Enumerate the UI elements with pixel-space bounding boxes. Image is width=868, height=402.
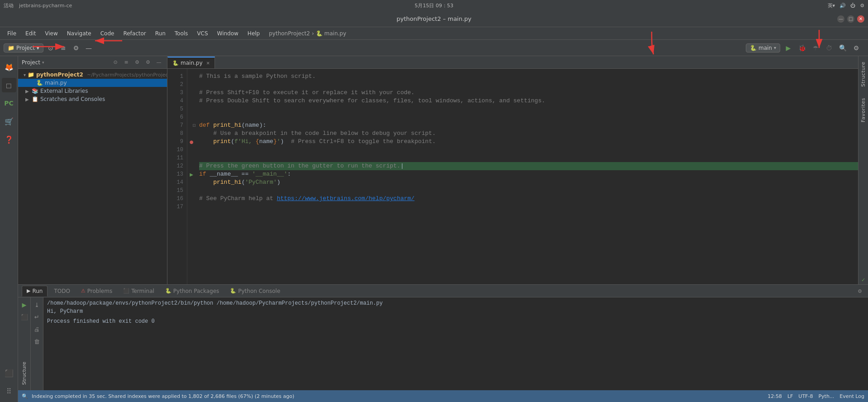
project-panel-title[interactable]: Project ▾ (22, 59, 44, 66)
panel-dropdown-icon: ▾ (42, 60, 44, 65)
tab-label: main.py (181, 60, 203, 66)
tab-terminal[interactable]: ⬛ Terminal (119, 286, 159, 296)
breadcrumb-project[interactable]: pythonProject2 (269, 30, 310, 37)
gutter-check: ✓ (861, 275, 865, 284)
run-sidebar2: ⤓ ↵ 🖨 🗑 (31, 297, 43, 390)
coverage-button[interactable]: ☂ (810, 43, 821, 53)
app-name: jetbrains-pycharm-ce (19, 3, 72, 9)
bottom-settings-button[interactable]: ⚙ (855, 287, 864, 296)
gear-icon[interactable]: ⊙ (111, 58, 120, 67)
menu-edit[interactable]: Edit (22, 29, 39, 38)
dock-icon-help[interactable]: ❓ (2, 132, 16, 147)
structure-label[interactable]: Structure (858, 56, 868, 92)
tab-python-packages[interactable]: 🐍 Python Packages (161, 286, 224, 296)
menu-tools[interactable]: Tools (171, 29, 192, 38)
menu-help[interactable]: Help (244, 29, 263, 38)
tree-item-external-libs[interactable]: ▶ 📚 External Libraries (18, 87, 167, 95)
minimize-button[interactable]: — (837, 15, 844, 23)
tree-item-scratches[interactable]: ▶ 📋 Scratches and Consoles (18, 95, 167, 103)
code-editor[interactable]: 12345 678910 1112131415 1617 · · · · · · (167, 69, 858, 284)
locate-file-button[interactable]: ⊙ (45, 43, 56, 53)
libs-icon: 📚 (32, 88, 38, 94)
terminal-exit-code: Process finished with exit code 0 (47, 318, 864, 325)
expand-arrow[interactable]: ▾ (24, 72, 26, 77)
lang-switcher[interactable]: 英▾ (828, 2, 835, 9)
stop-button[interactable]: ⬛ (19, 311, 30, 322)
menu-view[interactable]: View (41, 29, 61, 38)
expand-arrow-scratches[interactable]: ▶ (25, 97, 30, 102)
dock-icon-terminal[interactable]: ⬛ (2, 366, 16, 380)
project-panel-header: Project ▾ ⊙ ≡ ⚙ ⚙ — (18, 56, 167, 69)
todo-tab-label: TODO (54, 288, 70, 294)
tab-close-button[interactable]: ✕ (206, 61, 210, 66)
event-log-button[interactable]: Event Log (839, 393, 864, 399)
tab-python-console[interactable]: 🐍 Python Console (225, 286, 285, 296)
menu-run[interactable]: Run (152, 29, 169, 38)
expand-arrow-libs[interactable]: ▶ (25, 89, 30, 94)
main-column: Project ▾ ⊙ ≡ ⚙ ⚙ — (18, 56, 868, 402)
tree-item-root[interactable]: ▾ 📁 pythonProject2 ~/PycharmProjects/pyt… (18, 71, 167, 79)
hide-panel-button[interactable]: — (83, 43, 94, 53)
tab-run[interactable]: ▶ Run (22, 286, 48, 297)
editor-panels-row: Project ▾ ⊙ ≡ ⚙ ⚙ — (18, 56, 868, 284)
tree-item-root-label: pythonProject2 (36, 72, 83, 78)
activities-label[interactable]: 活动 (4, 2, 14, 9)
settings-icon[interactable]: ⚙ (143, 58, 153, 67)
line-separator-indicator[interactable]: LF (787, 393, 793, 399)
panel-actions: ⊙ ≡ ⚙ ⚙ — (111, 58, 163, 67)
sort-icon[interactable]: ≡ (122, 58, 131, 67)
python-indicator[interactable]: Pyth... (818, 393, 834, 399)
profile-button[interactable]: ⏱ (824, 43, 835, 53)
ide-settings-button[interactable]: ⚙ (851, 43, 862, 53)
menu-navigate[interactable]: Navigate (63, 29, 95, 38)
dock-icon-firefox[interactable]: 🦊 (2, 60, 16, 74)
debug-button[interactable]: 🐞 (796, 43, 807, 53)
favorites-label[interactable]: Favorites (858, 92, 868, 128)
code-content[interactable]: # This is a sample Python script. # Pres… (196, 69, 858, 284)
volume-icon[interactable]: 🔊 (839, 3, 846, 9)
tab-todo[interactable]: TODO (49, 286, 74, 296)
run-config-label: main (758, 45, 772, 51)
tree-item-mainpy[interactable]: 🐍 main.py (18, 79, 167, 87)
power-icon[interactable]: ⏻ (850, 3, 855, 9)
close-button[interactable]: ✕ (857, 15, 864, 23)
project-dropdown[interactable]: 📁 Project ▾ (4, 43, 43, 53)
bottom-vert-structure[interactable]: Structure (19, 356, 29, 390)
tab-mainpy[interactable]: 🐍 main.py ✕ (167, 57, 215, 68)
breadcrumb-file[interactable]: 🐍 main.py (316, 30, 346, 37)
close-panel-button[interactable]: — (154, 58, 163, 67)
menu-vcs[interactable]: VCS (193, 29, 211, 38)
filter-icon[interactable]: ⚙ (133, 58, 142, 67)
dock-icon-apps[interactable]: ⠿ (2, 384, 16, 398)
menu-window[interactable]: Window (214, 29, 242, 38)
dock-icon-appstore[interactable]: 🛒 (2, 114, 16, 129)
panel-options-button[interactable]: ⚙ (71, 43, 81, 53)
dock-icon-pycharm[interactable]: PC (2, 96, 16, 110)
problems-tab-label: Problems (87, 288, 112, 294)
encoding-indicator[interactable]: UTF-8 (798, 393, 813, 399)
datetime: 5月15日 09：53 (415, 2, 453, 9)
run-button[interactable]: ▶ (783, 43, 794, 53)
tab-problems[interactable]: ⚠ Problems (76, 286, 117, 296)
menu-code[interactable]: Code (97, 29, 118, 38)
run-tab-icon: ▶ (27, 288, 30, 294)
settings-icon[interactable]: ⚙ (860, 3, 864, 9)
run-active-button[interactable]: ▶ (19, 299, 30, 310)
dock-icon-unknown1[interactable]: ◻ (2, 78, 16, 92)
clear-button[interactable]: 🗑 (32, 336, 43, 347)
search-everywhere-button[interactable]: 🔍 (837, 43, 848, 53)
maximize-button[interactable]: □ (847, 15, 854, 23)
menu-refactor[interactable]: Refactor (119, 29, 149, 38)
python-console-label: Python Console (238, 288, 280, 294)
run-config-selector[interactable]: 🐍 main ▾ (746, 43, 780, 53)
line-col-indicator[interactable]: 12:58 (768, 393, 782, 399)
collapse-all-button[interactable]: ≡ (58, 43, 69, 53)
title-bar: pythonProject2 – main.py — □ ✕ (0, 11, 868, 27)
wrap-button[interactable]: ↵ (32, 311, 43, 322)
project-icon: 📁 (8, 45, 14, 51)
print-button[interactable]: 🖨 (32, 324, 43, 335)
scroll-end-button[interactable]: ⤓ (32, 299, 43, 310)
menu-file[interactable]: File (4, 29, 20, 38)
project-label: Project ▾ (16, 45, 39, 51)
terminal-output: /home/hadoop/package/envs/pythonProject2… (43, 297, 868, 390)
